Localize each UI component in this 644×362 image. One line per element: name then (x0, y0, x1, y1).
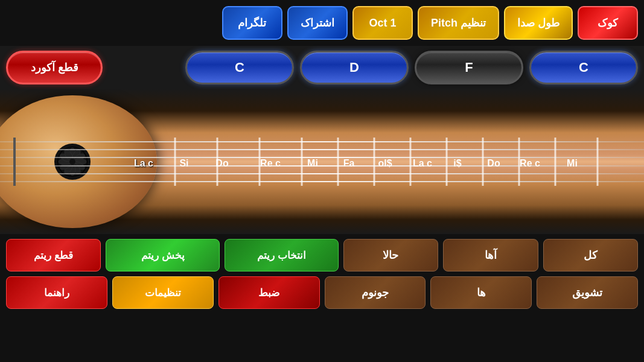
chord-d-button[interactable]: D (300, 51, 409, 84)
svg-text:Do: Do (215, 158, 229, 168)
ha-button[interactable]: ها (430, 276, 532, 309)
cut-chord-button[interactable]: قطع آکورد (6, 51, 103, 84)
chord-c1-button[interactable]: C (529, 51, 638, 84)
top-bar-right-buttons: کوک طول صدا تنظیم Pitch Oct 1 (352, 6, 638, 40)
oct-button[interactable]: Oct 1 (352, 6, 413, 40)
share-button[interactable]: اشتراک (287, 6, 348, 40)
tashvigh-button[interactable]: تشویق (537, 276, 638, 309)
svg-text:Si: Si (179, 158, 188, 168)
select-rhythm-button[interactable]: انتخاب ریتم (225, 239, 339, 272)
play-rhythm-button[interactable]: پخش ریتم (106, 239, 220, 272)
top-bar-left-buttons: اشتراک تلگرام (6, 6, 348, 40)
svg-text:Mi: Mi (307, 158, 318, 168)
kol-button[interactable]: کل (543, 239, 638, 272)
aha-button[interactable]: آها (443, 239, 538, 272)
jonom-button[interactable]: جونوم (325, 276, 426, 309)
zabt-button[interactable]: ضبط (218, 276, 320, 309)
svg-text:$ol: $ol (378, 158, 392, 168)
fret-svg: La c Si Do Re c Mi Fa $ol La c $i Do Re … (0, 89, 644, 234)
bottom-row-1: کل آها حالا انتخاب ریتم پخش ریتم قطع ریت… (6, 239, 638, 272)
pitch-button[interactable]: تنظیم Pitch (418, 6, 499, 40)
bottom-area: کل آها حالا انتخاب ریتم پخش ریتم قطع ریت… (0, 234, 644, 362)
svg-text:Mi: Mi (567, 158, 578, 168)
svg-text:Re c: Re c (260, 158, 281, 168)
svg-text:Fa: Fa (343, 158, 355, 168)
sound-length-button[interactable]: طول صدا (504, 6, 573, 40)
fret-overlay: La c Si Do Re c Mi Fa $ol La c $i Do Re … (0, 89, 644, 234)
instrument-area[interactable]: La c Si Do Re c Mi Fa $ol La c $i Do Re … (0, 89, 644, 234)
svg-text:La c: La c (134, 158, 153, 168)
bottom-row-2: تشویق ها جونوم ضبط تنظیمات راهنما (6, 276, 638, 309)
chord-f-button[interactable]: F (415, 51, 523, 84)
svg-text:Re c: Re c (520, 158, 540, 168)
cut-rhythm-button[interactable]: قطع ریتم (6, 239, 101, 272)
svg-text:La c: La c (413, 158, 432, 168)
neck-marker (13, 138, 16, 186)
svg-text:$i: $i (453, 158, 461, 168)
chord-row: C F D C قطع آکورد (0, 46, 644, 89)
settings-button[interactable]: تنظیمات (112, 276, 214, 309)
hala-button[interactable]: حالا (343, 239, 438, 272)
guide-button[interactable]: راهنما (6, 276, 107, 309)
top-bar: کوک طول صدا تنظیم Pitch Oct 1 اشتراک تلگ… (0, 0, 644, 46)
chord-c2-button[interactable]: C (185, 51, 294, 84)
svg-text:Do: Do (487, 158, 500, 168)
kok-button[interactable]: کوک (578, 6, 638, 40)
telegram-button[interactable]: تلگرام (222, 6, 282, 40)
